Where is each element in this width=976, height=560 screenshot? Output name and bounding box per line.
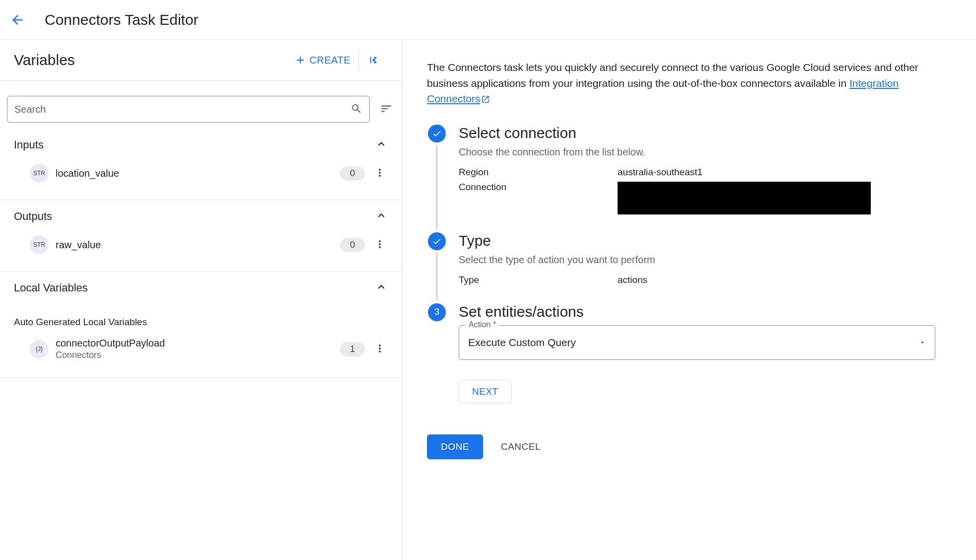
variable-name: raw_value [56, 239, 333, 251]
variable-name: location_value [56, 168, 333, 179]
cancel-button[interactable]: CANCEL [501, 441, 541, 452]
search-field[interactable] [7, 96, 370, 123]
variables-actions: CREATE [286, 50, 388, 70]
inputs-header[interactable]: Inputs [0, 129, 402, 159]
intro-pre: The Connectors task lets you quickly and… [427, 62, 918, 89]
variables-panel: Variables CREATE [0, 40, 402, 560]
action-selected-value: Execute Custom Query [468, 337, 576, 349]
type-label: Type [459, 275, 618, 285]
usage-count: 0 [340, 238, 365, 252]
chevron-up-icon [375, 209, 388, 223]
step-indicator [427, 232, 447, 303]
step-desc: Choose the connection from the list belo… [459, 146, 951, 158]
action-label: Action * [466, 320, 499, 329]
outputs-title: Outputs [14, 210, 52, 223]
step-body: Type Select the type of action you want … [459, 232, 951, 303]
region-label: Region [459, 167, 618, 178]
step-title: Select connection [459, 125, 951, 141]
connection-label: Connection [459, 182, 618, 214]
step-title: Set entities/actions [459, 303, 951, 320]
local-vars-title: Local Variables [14, 281, 88, 294]
variable-sub: Connectors [56, 350, 333, 360]
step-check-icon [428, 232, 446, 250]
action-select-box[interactable]: Execute Custom Query [459, 325, 935, 360]
inputs-section: Inputs STR location_value 0 [0, 129, 402, 200]
step-indicator: 3 [427, 303, 447, 418]
page-title: Connectors Task Editor [45, 11, 199, 28]
back-arrow-icon[interactable] [10, 12, 25, 27]
region-row: Region australia-southeast1 [459, 167, 951, 178]
step-select-connection: Select connection Choose the connection … [427, 125, 951, 232]
variables-header: Variables CREATE [0, 40, 402, 81]
step-desc: Select the type of action you want to pe… [459, 254, 951, 266]
region-value: australia-southeast1 [618, 167, 702, 178]
filter-icon[interactable] [378, 100, 395, 119]
more-vert-icon[interactable] [372, 165, 388, 182]
variable-name-col: connectorOutputPayload Connectors [56, 338, 333, 360]
inputs-title: Inputs [14, 139, 44, 151]
plus-icon [294, 54, 306, 66]
create-button[interactable]: CREATE [286, 50, 359, 70]
usage-count: 0 [340, 166, 365, 181]
step-body: Select connection Choose the connection … [459, 125, 951, 232]
step-body: Set entities/actions Action * Execute Cu… [459, 303, 951, 418]
type-value: actions [618, 275, 647, 285]
done-button[interactable]: DONE [427, 434, 483, 459]
variable-row[interactable]: {J} connectorOutputPayload Connectors 1 [0, 333, 402, 365]
collapse-left-icon [367, 54, 380, 67]
type-badge-str: STR [30, 164, 49, 183]
step-set-entities-actions: 3 Set entities/actions Action * Execute … [427, 303, 951, 418]
footer-buttons: DONE CANCEL [427, 434, 951, 459]
search-input[interactable] [14, 104, 350, 115]
config-panel: The Connectors task lets you quickly and… [402, 40, 976, 560]
variable-row[interactable]: STR location_value 0 [0, 159, 402, 188]
next-button[interactable]: NEXT [459, 380, 512, 404]
variable-row[interactable]: STR raw_value 0 [0, 230, 402, 259]
search-row [0, 81, 402, 129]
local-vars-section: Local Variables Auto Generated Local Var… [0, 272, 402, 378]
dropdown-arrow-icon [919, 337, 926, 349]
collapse-panel-button[interactable] [359, 50, 388, 70]
step-indicator [427, 125, 447, 232]
step-line [436, 145, 437, 229]
chevron-up-icon [375, 138, 388, 152]
steps: Select connection Choose the connection … [427, 125, 951, 418]
external-link-icon [481, 95, 490, 104]
outputs-header[interactable]: Outputs [0, 200, 402, 230]
type-badge-str: STR [30, 235, 49, 254]
search-icon [350, 103, 362, 116]
more-vert-icon[interactable] [372, 236, 388, 254]
chevron-up-icon [375, 280, 388, 295]
auto-gen-label: Auto Generated Local Variables [0, 302, 402, 333]
header: Connectors Task Editor [0, 0, 976, 40]
intro-text: The Connectors task lets you quickly and… [427, 60, 933, 107]
step-line [436, 253, 437, 300]
variables-title: Variables [14, 52, 75, 69]
type-row: Type actions [459, 275, 951, 285]
step-check-icon [428, 125, 446, 142]
step-type: Type Select the type of action you want … [427, 232, 951, 303]
connection-row: Connection [459, 182, 951, 214]
local-vars-header[interactable]: Local Variables [0, 272, 402, 302]
step-number: 3 [428, 303, 446, 321]
usage-count: 1 [340, 342, 365, 356]
outputs-section: Outputs STR raw_value 0 [0, 200, 402, 272]
create-label: CREATE [309, 55, 350, 66]
more-vert-icon[interactable] [372, 341, 388, 358]
action-select[interactable]: Action * Execute Custom Query [459, 325, 935, 360]
connection-value-redacted [618, 182, 871, 214]
content: Variables CREATE [0, 40, 976, 560]
step-title: Type [459, 232, 951, 249]
type-badge-json: {J} [30, 340, 49, 358]
variable-name: connectorOutputPayload [56, 338, 333, 349]
